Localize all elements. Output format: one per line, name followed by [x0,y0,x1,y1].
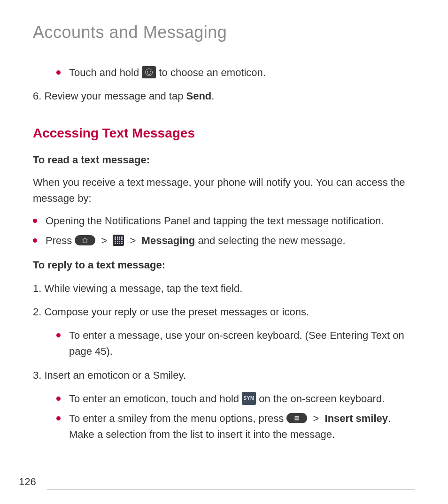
bullet-icon [56,70,61,75]
bold-text: Messaging [142,235,195,246]
section-heading: Accessing Text Messages [33,123,415,143]
ordered-step: 2. Compose your reply or use the preset … [33,304,415,320]
breadcrumb-separator: > [130,235,136,246]
list-item-text: Press > > Messaging and selecting the ne… [46,233,415,249]
list-item: Touch and hold to choose an emoticon. [56,65,415,81]
page-body: Touch and hold to choose an emoticon. 6.… [33,65,415,443]
page-number: 126 [19,476,36,488]
bullet-icon [56,333,61,337]
bold-text: Insert smiley [325,412,388,424]
text-fragment: 6. Review your message and tap [33,90,186,102]
bullet-icon [33,219,37,223]
list-item: To enter an emoticon, touch and hold SYM… [56,391,415,407]
breadcrumb-separator: > [101,235,107,246]
ordered-step: 1. While viewing a message, tap the text… [33,281,415,297]
svg-rect-2 [295,419,299,420]
bullet-icon [56,416,61,420]
text-fragment: To enter an emoticon, touch and hold [69,393,242,405]
text-fragment: Touch and hold [69,67,142,78]
ordered-step: 6. Review your message and tap Send. [33,88,415,104]
svg-rect-1 [295,418,299,419]
home-button-icon [75,235,95,245]
footer-rule [47,489,415,490]
menu-button-icon [286,413,307,423]
list-item: To enter a smiley from the menu options,… [56,411,415,443]
bold-text: Send [186,90,212,102]
sym-key-icon: SYM [242,392,256,405]
text-fragment: and selecting the new message. [198,235,345,246]
subheading: To read a text message: [33,152,415,168]
subheading: To reply to a text message: [33,257,415,273]
list-item-text: To enter a smiley from the menu options,… [69,411,415,443]
smiley-face-icon [145,69,153,76]
bullet-icon [56,397,61,401]
list-item-text: Touch and hold to choose an emoticon. [69,65,415,81]
emoticon-key-icon [142,66,156,78]
svg-rect-0 [295,416,299,417]
list-item-text: To enter an emoticon, touch and hold SYM… [69,391,415,407]
list-item: To enter a message, use your on-screen k… [56,328,415,359]
chapter-title: Accounts and Messaging [33,23,415,42]
list-item: Press > > Messaging and selecting the ne… [33,233,415,249]
text-fragment: . [211,90,214,102]
list-item-text: To enter a message, use your on-screen k… [69,328,415,359]
ordered-step: 3. Insert an emoticon or a Smiley. [33,367,415,383]
breadcrumb-separator: > [313,412,319,424]
text-fragment: to choose an emoticon. [159,67,265,78]
apps-grid-icon [113,235,124,246]
bullet-icon [33,238,37,243]
manual-page: Accounts and Messaging Touch and hold to… [0,0,448,504]
text-fragment: Press [46,235,75,246]
list-item-text: Opening the Notifications Panel and tapp… [46,213,415,229]
text-fragment: on the on-screen keyboard. [259,393,385,405]
paragraph: When you receive a text message, your ph… [33,175,415,206]
text-fragment: To enter a smiley from the menu options,… [69,412,286,424]
list-item: Opening the Notifications Panel and tapp… [33,213,415,229]
